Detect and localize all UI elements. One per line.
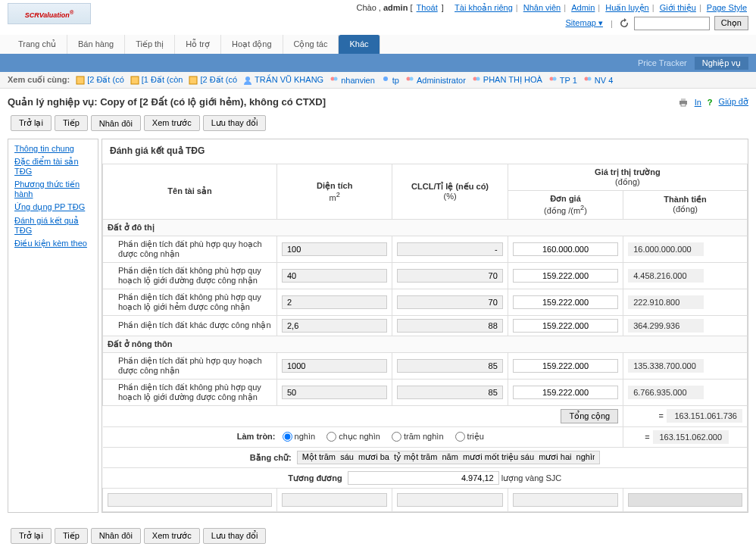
dongia-1-0[interactable] bbox=[513, 359, 618, 373]
row-label-1-0: Phần diện tích đất phù hợp quy hoạch đượ… bbox=[103, 352, 277, 379]
recent-7[interactable]: PHAN THỊ HOÀ bbox=[472, 75, 542, 85]
thanhtien-0-2: 222.910.800 bbox=[628, 295, 704, 309]
nhandoi-button-2[interactable]: Nhân đôi bbox=[91, 528, 141, 544]
toplink-3[interactable]: Huấn luyện bbox=[605, 3, 648, 12]
trolai-button[interactable]: Trở lại bbox=[11, 115, 52, 131]
thanhtien-0-3: 364.299.936 bbox=[628, 319, 704, 333]
dongia-0-1[interactable] bbox=[513, 269, 618, 283]
top-search-input[interactable] bbox=[634, 17, 710, 30]
nav-ungdung[interactable]: Ứng dụng PP TĐG bbox=[14, 202, 92, 212]
rounded-value-cell: =163.151.062.000 bbox=[623, 426, 748, 447]
luu-button[interactable]: Lưu thay đổi bbox=[203, 115, 267, 131]
empty-input-0[interactable] bbox=[108, 493, 272, 507]
subtab-nghiepvu[interactable]: Nghiệp vụ bbox=[695, 57, 748, 70]
empty-input-3[interactable] bbox=[513, 493, 618, 507]
dongia-0-0[interactable] bbox=[513, 242, 618, 256]
toplink-4[interactable]: Giới thiệu bbox=[660, 3, 696, 12]
nav-dieukien[interactable]: Điều kiện kèm theo bbox=[14, 239, 92, 248]
recent-0[interactable]: [2 Đất (có bbox=[76, 75, 124, 85]
clcl-1-0[interactable] bbox=[397, 359, 502, 373]
dongia-0-2[interactable] bbox=[513, 295, 618, 309]
dientich-1-0[interactable] bbox=[282, 359, 387, 373]
toplink-0[interactable]: Tài khoản riêng bbox=[455, 3, 513, 12]
dientich-1-1[interactable] bbox=[282, 386, 387, 399]
round-tram[interactable]: trăm nghìn bbox=[392, 432, 444, 441]
tiep-button-2[interactable]: Tiếp bbox=[55, 528, 88, 544]
recent-2[interactable]: [2 Đất (có bbox=[189, 75, 237, 85]
toplink-5[interactable]: Page Style bbox=[707, 3, 747, 12]
th-dongia: Đơn giá(đồng /(m2) bbox=[508, 191, 623, 220]
recent-1[interactable]: [1 Đất (còn bbox=[130, 75, 183, 85]
help-link[interactable]: Giúp đỡ bbox=[719, 97, 748, 107]
dientich-0-0[interactable] bbox=[282, 242, 387, 256]
recent-3[interactable]: TRẦN VŨ KHANG bbox=[243, 75, 323, 85]
dientich-0-2[interactable] bbox=[282, 295, 387, 309]
thanhtien-0-0: 16.000.000.000 bbox=[628, 242, 704, 256]
tab-hoatdong[interactable]: Hoạt động bbox=[221, 35, 283, 54]
tab-khac[interactable]: Khác bbox=[339, 35, 380, 54]
thanhtien-0-1: 4.458.216.000 bbox=[628, 269, 704, 283]
th-thanhtien: Thành tiền(đồng) bbox=[623, 191, 748, 220]
recent-9[interactable]: NV 4 bbox=[583, 76, 613, 85]
logout-link[interactable]: Thoát bbox=[417, 3, 438, 12]
side-nav: Thông tin chung Đặc điểm tài sản TĐG Phư… bbox=[8, 139, 98, 513]
luu-button-2[interactable]: Lưu thay đổi bbox=[203, 528, 267, 544]
recent-4[interactable]: nhanvien bbox=[330, 76, 375, 85]
svg-rect-17 bbox=[681, 104, 686, 106]
toplink-2[interactable]: Admin bbox=[571, 3, 595, 12]
clcl-0-3[interactable] bbox=[397, 319, 502, 333]
xemtruoc-button[interactable]: Xem trước bbox=[144, 115, 200, 131]
empty-input-2[interactable] bbox=[397, 493, 502, 507]
empty-input-4[interactable] bbox=[628, 493, 742, 507]
tab-banhang[interactable]: Bán hàng bbox=[67, 35, 125, 54]
clcl-1-1[interactable] bbox=[397, 386, 502, 399]
tab-trangchu[interactable]: Trang chủ bbox=[8, 35, 67, 54]
chon-button[interactable]: Chọn bbox=[714, 16, 748, 30]
main-tabs: Trang chủ Bán hàng Tiếp thị Hỗ trợ Hoạt … bbox=[0, 35, 756, 55]
dongia-0-3[interactable] bbox=[513, 319, 618, 333]
dongia-1-1[interactable] bbox=[513, 386, 618, 399]
svg-rect-2 bbox=[189, 77, 197, 84]
tuongduong-input[interactable] bbox=[348, 471, 499, 485]
nhandoi-button[interactable]: Nhân đôi bbox=[91, 115, 141, 131]
tab-hotro[interactable]: Hỗ trợ bbox=[175, 35, 221, 54]
print-link[interactable]: In bbox=[695, 98, 701, 107]
recent-6[interactable]: Administrator bbox=[405, 76, 466, 85]
top-links: Chào , admin [ Thoát ] Tài khoản riêng| … bbox=[357, 3, 748, 30]
clcl-0-1[interactable] bbox=[397, 269, 502, 283]
trolai-button-2[interactable]: Trở lại bbox=[11, 528, 52, 544]
group-title-1: Đất ở nông thôn bbox=[103, 336, 748, 352]
toolbar-bottom: Trở lại Tiếp Nhân đôi Xem trước Lưu thay… bbox=[0, 513, 756, 551]
nav-thongtin[interactable]: Thông tin chung bbox=[14, 144, 92, 153]
round-chuc[interactable]: chục nghìn bbox=[326, 432, 380, 441]
clcl-0-2[interactable] bbox=[397, 295, 502, 309]
nav-danhgia[interactable]: Đánh giá kết quả TĐG bbox=[14, 216, 92, 235]
tiep-button[interactable]: Tiếp bbox=[55, 115, 88, 131]
round-trieu[interactable]: triệu bbox=[455, 432, 484, 441]
sitemap-link[interactable]: Sitemap ▾ bbox=[566, 18, 603, 28]
svg-rect-1 bbox=[131, 77, 139, 84]
tongcong-button[interactable]: Tổng cộng bbox=[561, 409, 618, 423]
empty-input-1[interactable] bbox=[282, 493, 387, 507]
recent-8[interactable]: TP 1 bbox=[548, 76, 577, 85]
round-nghin[interactable]: nghìn bbox=[283, 432, 316, 441]
print-icon[interactable] bbox=[678, 98, 689, 107]
tab-tiepthi[interactable]: Tiếp thị bbox=[125, 35, 175, 54]
nav-phuongth[interactable]: Phương thức tiến hành bbox=[14, 180, 92, 198]
section-title: Đánh giá kết quả TĐG bbox=[102, 139, 748, 164]
nav-dacdiem[interactable]: Đặc điểm tài sản TĐG bbox=[14, 157, 92, 176]
tab-congtac[interactable]: Cộng tác bbox=[283, 35, 339, 54]
clcl-0-0[interactable] bbox=[397, 242, 502, 256]
subtab-pricetracker[interactable]: Price Tracker bbox=[630, 57, 695, 70]
dientich-0-1[interactable] bbox=[282, 269, 387, 283]
th-clcl: CLCL/Tỉ lệ (nếu có)(%) bbox=[392, 164, 508, 220]
svg-point-10 bbox=[476, 77, 480, 80]
xemtruoc-button-2[interactable]: Xem trước bbox=[144, 528, 200, 544]
toolbar-top: Trở lại Tiếp Nhân đôi Xem trước Lưu thay… bbox=[0, 112, 756, 139]
bangchu-input[interactable] bbox=[297, 451, 600, 464]
content-panel: Đánh giá kết quả TĐG Tên tài sản Diện tí… bbox=[102, 139, 748, 513]
recent-5[interactable]: tp bbox=[381, 76, 399, 85]
toplink-1[interactable]: Nhân viên bbox=[523, 3, 561, 12]
refresh-icon[interactable] bbox=[619, 18, 629, 29]
dientich-0-3[interactable] bbox=[282, 319, 387, 333]
